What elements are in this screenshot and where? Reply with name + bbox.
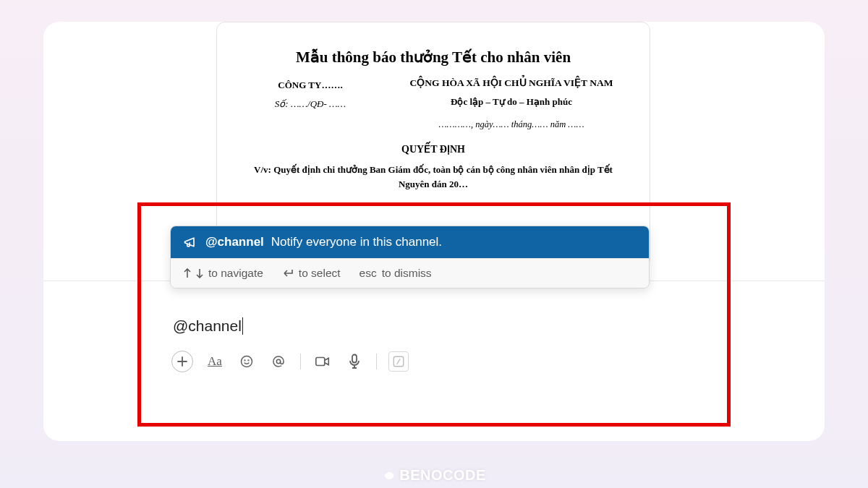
doc-header-right: CỘNG HÒA XÃ HỘI CHỦ NGHĨA VIỆT NAM Độc l… [398, 77, 625, 130]
format-text-icon: Aa [208, 354, 222, 369]
toolbar-separator [300, 354, 301, 369]
app-card: Mẫu thông báo thưởng Tết cho nhân viên C… [43, 22, 825, 441]
autocomplete-hints: to navigate to select esc to dismiss [171, 258, 649, 288]
svg-point-1 [244, 360, 245, 361]
doc-header-left: CÔNG TY……. Số: ……/QĐ- …… [242, 77, 379, 130]
smile-icon [239, 354, 254, 369]
doc-decision-heading: QUYẾT ĐỊNH [242, 143, 625, 155]
mention-button[interactable] [268, 351, 289, 372]
doc-country: CỘNG HÒA XÃ HỘI CHỦ NGHĨA VIỆT NAM [398, 77, 625, 89]
doc-date: …………, ngày…… tháng…… năm …… [398, 119, 625, 130]
svg-rect-5 [352, 355, 357, 363]
arrow-up-icon [184, 268, 191, 278]
text-caret [242, 317, 244, 335]
brand-watermark: BENOCODE [382, 467, 486, 484]
document-title: Mẫu thông báo thưởng Tết cho nhân viên [242, 48, 625, 67]
mention-autocomplete-popup: @channel Notify everyone in this channel… [170, 226, 650, 288]
hint-navigate-label: to navigate [208, 267, 263, 280]
autocomplete-description: Notify everyone in this channel. [271, 235, 442, 249]
document-header: CÔNG TY……. Số: ……/QĐ- …… CỘNG HÒA XÃ HỘI… [242, 77, 625, 130]
microphone-icon [348, 354, 361, 369]
format-button[interactable]: Aa [205, 351, 225, 372]
brand-logo-icon [382, 468, 396, 483]
hint-dismiss-label: to dismiss [382, 267, 432, 280]
send-button[interactable] [388, 351, 409, 372]
svg-rect-4 [316, 358, 325, 366]
doc-motto: Độc lập – Tự do – Hạnh phúc [398, 96, 625, 108]
doc-subject: V/v: Quyết định chi thưởng Ban Giám đốc,… [242, 163, 625, 191]
composer-toolbar: Aa [170, 348, 705, 381]
enter-key-icon [282, 268, 294, 278]
toolbar-separator-2 [376, 354, 377, 369]
arrow-down-icon [196, 268, 203, 278]
svg-point-3 [276, 359, 280, 363]
message-composer: @channel Aa [170, 306, 705, 381]
esc-key-label: esc [359, 267, 377, 280]
emoji-button[interactable] [237, 351, 257, 372]
hint-select: to select [282, 267, 341, 280]
svg-point-0 [242, 356, 252, 367]
autocomplete-option-channel[interactable]: @channel Notify everyone in this channel… [171, 226, 649, 258]
company-label: CÔNG TY……. [242, 80, 379, 91]
audio-button[interactable] [344, 351, 365, 372]
composer-input[interactable]: @channel [170, 306, 705, 348]
autocomplete-mention-text: @channel [205, 235, 264, 249]
slash-box-icon [392, 355, 405, 368]
at-sign-icon [271, 354, 286, 369]
doc-number: Số: ……/QĐ- …… [242, 98, 379, 110]
video-camera-icon [315, 354, 331, 369]
plus-icon [176, 356, 188, 367]
composer-input-value: @channel [173, 317, 242, 335]
video-button[interactable] [312, 351, 333, 372]
svg-point-2 [248, 360, 249, 361]
hint-select-label: to select [299, 267, 341, 280]
megaphone-icon [182, 234, 198, 250]
hint-navigate: to navigate [184, 267, 263, 280]
hint-dismiss: esc to dismiss [359, 267, 432, 280]
attach-button[interactable] [171, 351, 193, 372]
brand-text: BENOCODE [399, 467, 486, 484]
